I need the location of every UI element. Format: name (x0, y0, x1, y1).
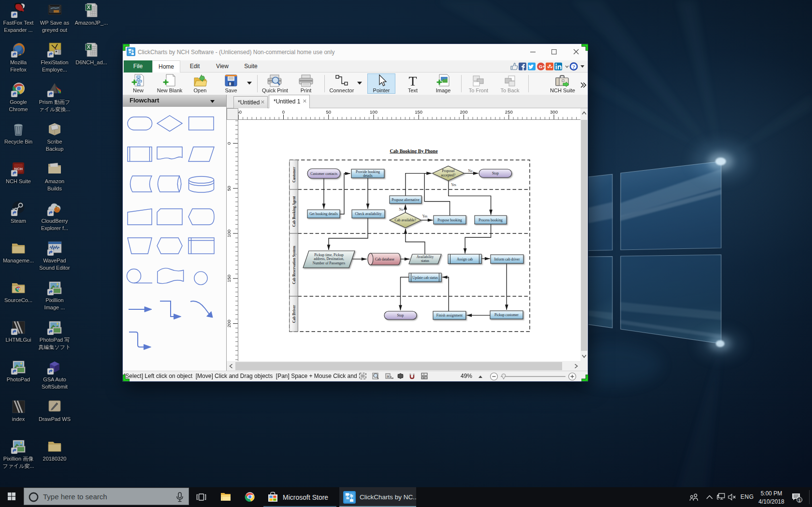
svg-text:?: ? (572, 64, 575, 70)
svg-text:Process booking: Process booking (478, 218, 503, 222)
svg-text:Assign cab: Assign cab (457, 257, 473, 261)
svg-text:250: 250 (505, 109, 513, 115)
svg-text:Customer: Customer (292, 167, 296, 183)
svg-text:details: details (363, 174, 373, 178)
svg-text:Check availability: Check availability (355, 212, 382, 216)
svg-text:50: 50 (227, 186, 232, 191)
svg-text:150: 150 (415, 109, 422, 115)
svg-text:100: 100 (227, 230, 232, 237)
svg-text:Cab Driver: Cab Driver (292, 304, 296, 323)
svg-text:Stop: Stop (397, 313, 404, 318)
svg-text:Pickup customer: Pickup customer (494, 313, 519, 317)
svg-text:-50: -50 (238, 109, 242, 115)
svg-text:Stop: Stop (492, 171, 499, 175)
svg-text:No: No (399, 208, 404, 212)
svg-text:Cab database: Cab database (375, 257, 394, 261)
svg-text:200: 200 (227, 320, 232, 328)
svg-text:Inform cab driver: Inform cab driver (494, 257, 520, 261)
svg-text:Propose booking: Propose booking (437, 218, 462, 222)
svg-text:50: 50 (326, 109, 332, 115)
svg-text:accepted?: accepted? (441, 173, 456, 177)
svg-text:Finish assignment: Finish assignment (436, 313, 463, 318)
svg-text:Number of Passengers: Number of Passengers (313, 261, 346, 265)
svg-text:Cab Reservation System: Cab Reservation System (292, 246, 296, 284)
svg-text:No: No (468, 169, 473, 173)
svg-text:a: a (387, 374, 389, 378)
svg-text:150: 150 (227, 275, 232, 282)
svg-text:0: 0 (227, 142, 232, 145)
svg-text:Cab Booking Agent: Cab Booking Agent (292, 196, 296, 227)
svg-text:200: 200 (460, 109, 468, 115)
svg-text:Cab Booking By Phone: Cab Booking By Phone (390, 148, 438, 154)
svg-text:G+: G+ (539, 64, 545, 69)
svg-text:Yes: Yes (451, 183, 456, 187)
svg-text:100: 100 (370, 109, 377, 115)
svg-text:Update cab status: Update cab status (412, 275, 438, 280)
svg-text:300: 300 (550, 109, 558, 115)
svg-text:Propose alternative: Propose alternative (392, 198, 420, 202)
svg-text:Cab available?: Cab available? (395, 218, 417, 222)
svg-text:Yes: Yes (422, 215, 428, 218)
svg-text:1: 1 (798, 498, 800, 503)
svg-text:Customer contacts: Customer contacts (310, 172, 337, 176)
svg-text:0: 0 (282, 109, 285, 115)
svg-text:T: T (408, 74, 417, 87)
svg-text:Get booking details: Get booking details (309, 212, 338, 216)
svg-text:status: status (421, 259, 429, 263)
